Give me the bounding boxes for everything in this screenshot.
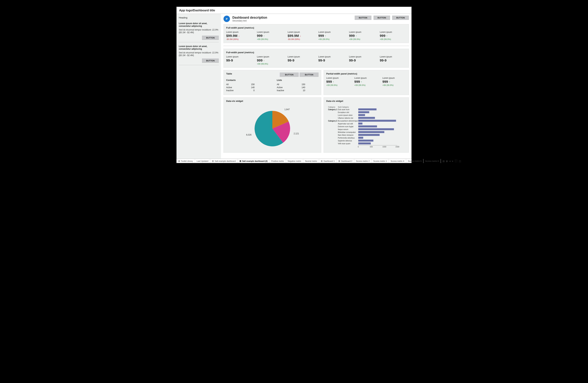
header-button[interactable]: BUTTON <box>374 16 390 20</box>
new-sheet-icon[interactable]: ▮ <box>446 160 448 162</box>
bar-category-label: Category 1 <box>328 109 337 111</box>
sidebar-item-title: Lorem ipsum dolor sit amet, consectetur … <box>179 45 219 50</box>
partial-metrics-panel: Partial-width panel (metrics) Lorem ipsu… <box>324 70 409 95</box>
metric-label: Lorem ipsum <box>257 56 283 58</box>
bar-rect <box>358 120 396 122</box>
bar-sub-label: Velit esse quam <box>338 143 351 144</box>
table-panel-button[interactable]: BUTTON <box>300 73 318 77</box>
bar-widget: Data-vis widget CategorySub-CategoryCate… <box>324 97 409 153</box>
worksheet-tab[interactable]: Negative metric <box>286 159 303 163</box>
metrics-panel-1: Full-width panel (metrics) Lorem ipsum$9… <box>224 24 409 43</box>
metric: Lorem ipsum99-9 <box>288 56 314 65</box>
worksheet-tab[interactable]: Scores metric 6 <box>423 159 441 163</box>
prev-sheet-icon[interactable]: ◂ <box>449 160 451 162</box>
table-row: Inactive0 <box>226 89 254 92</box>
table-panel-button[interactable]: BUTTON <box>280 73 299 77</box>
sidebar-item-button[interactable]: BUTTON <box>202 36 219 40</box>
table-col-heading: Lists <box>277 79 318 81</box>
metric-value: $99.9M ↓ <box>288 34 314 38</box>
metric-value: 999 ↑ <box>354 80 378 84</box>
sidebar-item-button[interactable]: BUTTON <box>202 59 219 63</box>
tab-label: Last Updated <box>197 160 208 162</box>
metric-value: 999 ↑ <box>257 34 283 38</box>
worksheet-tab[interactable]: Scores metric 2 <box>354 159 371 163</box>
bar-axis-tick: 1500 <box>395 146 399 148</box>
arrow-up-icon: ↑ <box>356 34 357 37</box>
metric-value: 999 ↑ <box>326 80 350 84</box>
metric-label: Lorem ipsum <box>318 56 345 58</box>
grid-icon <box>178 160 180 162</box>
table-panel: Table BUTTONBUTTON ContactsAll150Active1… <box>224 70 321 95</box>
metric: Lorem ipsum$99.9M ↓-$9.9M (99%) <box>288 31 314 40</box>
worksheet-tab[interactable]: Last Updated <box>195 159 210 163</box>
metric-value: $99.9M ↓ <box>226 34 253 38</box>
tab-label: Scores metric 1 <box>373 160 387 162</box>
metric-label: Lorem ipsum <box>226 31 253 33</box>
bar-axis-tick: 0 <box>358 146 359 148</box>
grid-icon <box>321 160 323 162</box>
bar-sub-label: Duis aute irure <box>338 109 349 111</box>
metric-value: 99-9 <box>288 59 314 62</box>
fullscreen-icon[interactable]: ⛶ <box>455 160 458 162</box>
sidebar-item-desc: Sed do eiusmod tempor incididunt -22.9% … <box>179 29 219 34</box>
panel-title: Partial-width panel (metrics) <box>326 72 406 75</box>
bar-sub-label: Itaque earum <box>338 128 348 130</box>
pie-label: 6,026 <box>246 134 252 136</box>
grid-icon <box>338 160 340 162</box>
bar-rect <box>358 108 377 110</box>
bar-rect <box>358 140 373 141</box>
arrow-up-icon: ↑ <box>263 59 265 62</box>
grid-icon <box>239 160 241 162</box>
metrics-panel-2: Full-width panel (metrics) Lorem ipsum99… <box>224 49 409 68</box>
show-sheet-list-icon[interactable]: ▤ <box>442 160 445 162</box>
header-button[interactable]: BUTTON <box>392 16 409 20</box>
metric-sub: +99 (99.9%) <box>257 38 283 40</box>
next-sheet-icon[interactable]: ▸ <box>452 160 454 162</box>
metric-label: Lorem ipsum <box>257 31 283 33</box>
metric: Lorem ipsum999 ↑+99 (99.9%) <box>354 77 378 86</box>
arrow-up-icon: ↑ <box>361 80 362 83</box>
sidebar: Heading Lorem ipsum dolor sit amet, cons… <box>177 14 221 159</box>
table-row: Active140 <box>277 86 305 89</box>
tab-label: Dashboard 2 <box>341 160 352 162</box>
worksheet-tab[interactable]: Dashboard 1 <box>319 159 336 163</box>
bar-sub-label: Sapiente delectus <box>338 140 352 142</box>
tab-label: Salt example dashboard (2) <box>242 160 268 162</box>
metric-value: 999 ↑ <box>318 34 345 38</box>
arrow-up-icon: ↑ <box>325 34 326 37</box>
metric-sub: +99 (99.9%) <box>318 38 345 40</box>
metric-value: 999 ↑ <box>257 59 283 62</box>
header-button[interactable]: BUTTON <box>355 16 371 20</box>
worksheet-tab[interactable]: Salt example dashboard <box>210 159 238 163</box>
sidebar-item-title: Lorem ipsum dolor sit amet, consectetur … <box>179 22 219 27</box>
dashboard-page: App logo/Dashboard title Heading Lorem i… <box>176 7 412 159</box>
bar-sub-label: Lorem ipsum dolor <box>338 114 353 116</box>
metric-label: Lorem ipsum <box>382 77 406 79</box>
metric-label: Lorem ipsum <box>318 31 345 33</box>
metric: Lorem ipsum999 ↑+99 (99.9%) <box>257 31 283 40</box>
pie-label: 2,121 <box>294 132 299 135</box>
metric: Lorem ipsum999 ↑+99 (99.9%) <box>380 31 406 40</box>
metric: Lorem ipsum999 ↑+99 (99.9%) <box>318 31 345 40</box>
pie-widget: Data-vis widget 1,8472,1216,026 <box>224 97 321 153</box>
worksheet-tab[interactable]: Dashboard 2 <box>336 159 354 163</box>
metric: Lorem ipsum999 ↑+99 (99.9%) <box>326 77 350 86</box>
bar-rect <box>358 128 394 130</box>
bar-rect <box>358 125 377 127</box>
bar-rect <box>358 122 362 124</box>
worksheet-tab[interactable]: Salt example dashboard (2) <box>238 159 270 163</box>
worksheet-tab[interactable]: Neutral metric <box>303 159 319 163</box>
present-icon[interactable]: ▢ <box>459 160 461 162</box>
metric-label: Lorem ipsum <box>288 31 314 33</box>
worksheet-tab[interactable]: Scores metric 5 <box>406 159 423 163</box>
bar-sub-label: Aspernatur aut odit <box>338 123 353 125</box>
bar-axis-tick: 1000 <box>382 146 386 148</box>
bar-rect <box>358 111 369 113</box>
metric-value: 99-9 <box>380 59 406 62</box>
metric-value: 99-9 <box>349 59 376 62</box>
worksheet-tab[interactable]: Positive metric <box>270 159 286 163</box>
worksheet-tab[interactable]: Scores metric 1 <box>372 159 389 163</box>
worksheet-tab[interactable]: Toolkit Library <box>176 159 195 163</box>
metric: Lorem ipsum999 ↑+99 (99.9%) <box>257 56 283 65</box>
worksheet-tab[interactable]: Scores metric 4 <box>389 159 406 163</box>
